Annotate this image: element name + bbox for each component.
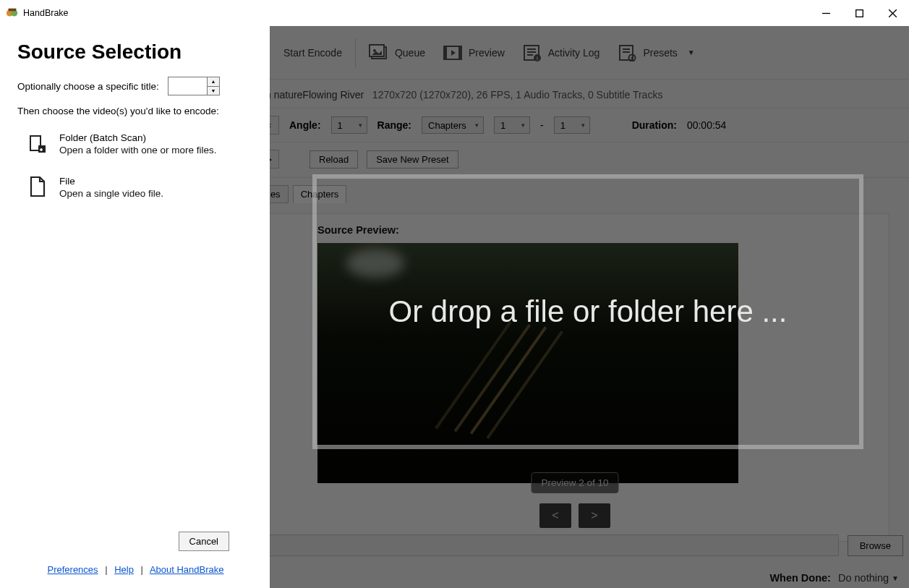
svg-marker-13 — [451, 50, 456, 56]
svg-point-9 — [373, 49, 376, 52]
svg-rect-12 — [458, 46, 461, 59]
cancel-button[interactable]: Cancel — [179, 532, 229, 551]
source-selection-panel: Source Selection Optionally choose a spe… — [0, 26, 270, 588]
open-folder-option[interactable]: Folder (Batch Scan) Open a folder with o… — [17, 132, 254, 155]
preview-next-button[interactable]: > — [579, 503, 610, 528]
minimize-button[interactable] — [809, 1, 842, 25]
range-label: Range: — [377, 119, 411, 131]
file-icon — [26, 176, 49, 199]
start-encode-button[interactable]: Start Encode — [275, 47, 351, 59]
when-done-row: When Done: Do nothing▼ — [769, 572, 899, 584]
output-row: Browse — [260, 534, 903, 556]
angle-label: Angle: — [289, 119, 321, 131]
range-start-select[interactable]: 1▾ — [494, 116, 530, 134]
specific-title-label: Optionally choose a specific title: — [17, 81, 159, 92]
chevron-down-icon: ▼ — [688, 48, 695, 56]
svg-rect-11 — [444, 46, 447, 59]
footer-links: Preferences | Help | About HandBrake — [47, 564, 223, 575]
range-type-select[interactable]: Chapters▾ — [422, 116, 484, 134]
presets-icon — [617, 43, 637, 62]
browse-button[interactable]: Browse — [848, 535, 903, 556]
chevron-down-icon: ▼ — [892, 574, 899, 582]
output-path-field[interactable] — [260, 534, 839, 556]
preview-icon — [443, 43, 463, 62]
about-link[interactable]: About HandBrake — [150, 564, 224, 575]
panel-title: Source Selection — [17, 41, 254, 64]
spin-up-button[interactable]: ▲ — [207, 77, 220, 87]
queue-icon — [369, 43, 389, 62]
activity-log-icon: i — [522, 43, 542, 62]
save-new-preset-button[interactable]: Save New Preset — [367, 150, 458, 169]
folder-option-title: Folder (Batch Scan) — [59, 132, 217, 143]
folder-option-subtitle: Open a folder with one or more files. — [59, 145, 217, 155]
reload-button[interactable]: Reload — [310, 150, 358, 169]
preview-prev-button[interactable]: < — [539, 503, 571, 528]
preview-button[interactable]: Preview — [434, 43, 513, 62]
tab-chapters[interactable]: Chapters — [293, 185, 347, 203]
svg-rect-2 — [9, 9, 17, 12]
maximize-button[interactable] — [842, 1, 876, 25]
duration-value: 00:00:54 — [687, 119, 727, 131]
toolbar-separator — [355, 38, 356, 67]
svg-text:i: i — [537, 55, 538, 61]
close-button[interactable] — [876, 1, 909, 25]
folder-icon — [26, 132, 49, 155]
range-separator: - — [540, 119, 544, 131]
preferences-link[interactable]: Preferences — [47, 564, 98, 575]
spin-down-button[interactable]: ▼ — [207, 87, 220, 96]
file-option-title: File — [59, 176, 163, 187]
svg-rect-4 — [855, 9, 863, 17]
preview-thumbnail — [317, 243, 738, 483]
choose-videos-label: Then choose the video(s) you'd like to e… — [17, 106, 254, 116]
titlebar: HandBrake — [0, 0, 909, 26]
queue-button[interactable]: Queue — [360, 43, 434, 62]
window-title: HandBrake — [23, 8, 69, 18]
range-end-select[interactable]: 1▾ — [554, 116, 590, 134]
when-done-label: When Done: — [769, 572, 831, 584]
open-file-option[interactable]: File Open a single video file. — [17, 176, 254, 199]
svg-point-24 — [631, 56, 633, 59]
app-icon — [6, 7, 19, 20]
angle-select[interactable]: 1▾ — [331, 116, 367, 134]
svg-rect-27 — [38, 145, 46, 153]
source-preview-label: Source Preview: — [317, 224, 877, 236]
activity-log-button[interactable]: i Activity Log — [513, 43, 609, 62]
when-done-select[interactable]: Do nothing▼ — [838, 572, 899, 584]
title-number-input[interactable]: ▲ ▼ — [168, 77, 220, 95]
presets-button[interactable]: Presets ▼ — [608, 43, 703, 62]
help-link[interactable]: Help — [114, 564, 134, 575]
file-option-subtitle: Open a single video file. — [59, 188, 163, 199]
preview-count-badge: Preview 2 of 10 — [531, 472, 618, 493]
duration-label: Duration: — [632, 119, 677, 131]
